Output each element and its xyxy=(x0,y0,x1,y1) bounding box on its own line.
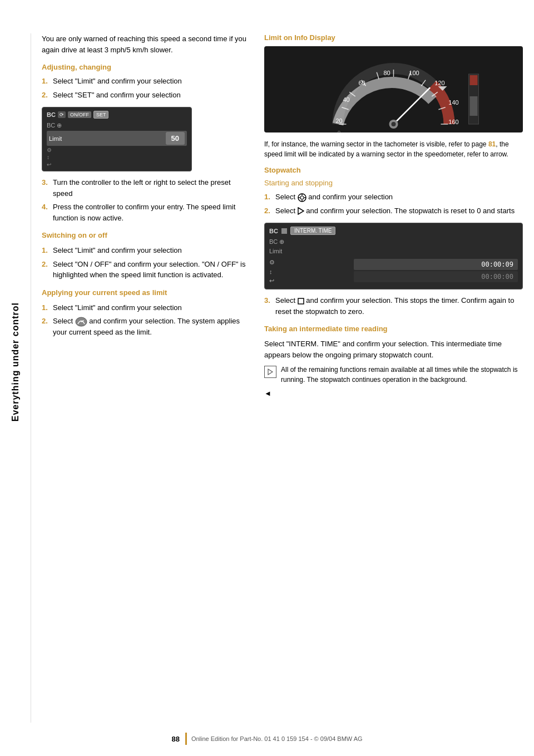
right-column: Limit on Info Display xyxy=(264,33,523,397)
svg-text:80: 80 xyxy=(383,70,390,76)
bc-sw-back: ↩ xyxy=(269,276,352,286)
stopping-list: 3. Select and confirm your selection. Th… xyxy=(264,295,523,317)
applying-heading: Applying your current speed as limit xyxy=(42,288,248,297)
adjusting-list-2: 3. Turn the controller to the left or ri… xyxy=(42,177,248,223)
bc-sw-bc-row: BC ⊕ xyxy=(269,237,518,247)
sw-time-secondary: 00:00:00 xyxy=(354,271,518,282)
step-num: 3. xyxy=(42,177,50,199)
adjusting-heading: Adjusting, changing xyxy=(42,63,248,71)
svg-text:100: 100 xyxy=(409,70,419,76)
bc-set-btn: SET xyxy=(93,111,109,119)
page-footer: 88 Online Edition for Part-No. 01 41 0 1… xyxy=(0,733,534,745)
gear-icon xyxy=(298,193,306,202)
svg-text:120: 120 xyxy=(434,80,444,86)
svg-text:140: 140 xyxy=(448,99,458,106)
step-text: Select "ON / OFF" and confirm your selec… xyxy=(53,259,248,281)
bc-row-limit: Limit 50 xyxy=(47,131,187,146)
tacho-description: If, for instance, the warning sector in … xyxy=(264,139,523,159)
svg-text:160: 160 xyxy=(448,119,458,125)
step-text: Select and confirm your selection. The s… xyxy=(53,316,248,337)
applying-list: 1. Select "Limit" and confirm your selec… xyxy=(42,302,248,338)
intermediate-heading: Taking an intermediate time reading xyxy=(264,325,523,333)
bc-row-bc: BC ⊕ xyxy=(47,121,187,130)
svg-point-31 xyxy=(300,196,304,199)
list-item: 3. Turn the controller to the left or ri… xyxy=(42,177,248,199)
left-column: You are only warned of reaching this spe… xyxy=(42,33,248,397)
svg-rect-28 xyxy=(470,96,478,116)
step-num: 1. xyxy=(42,302,50,313)
intro-paragraph: You are only warned of reaching this spe… xyxy=(42,33,248,55)
bc-sw-top-bar: BC INTERM. TIME xyxy=(269,227,518,235)
svg-marker-39 xyxy=(268,369,273,375)
step-text: Select and confirm your selection xyxy=(275,192,393,203)
switching-list: 1. Select "Limit" and confirm your selec… xyxy=(42,245,248,281)
list-item: 2. Select and confirm your selection. Th… xyxy=(42,316,248,337)
step-num: 3. xyxy=(264,295,272,317)
speed-badge: 50 xyxy=(166,132,185,145)
adjusting-list: 1. Select "Limit" and confirm your selec… xyxy=(42,76,248,100)
step-num: 1. xyxy=(42,245,50,256)
limit-label: Limit xyxy=(49,135,62,142)
tachometer-display: 20 40 60 80 100 120 140 160 0 xyxy=(264,46,523,132)
bc-arrows-row: ↕ xyxy=(47,154,187,160)
sidebar: Everything under control xyxy=(0,0,31,724)
step-text: Turn the controller to the left or right… xyxy=(53,177,248,199)
list-item: 2. Select "SET" and confirm your selecti… xyxy=(42,90,248,101)
end-marker: ◄ xyxy=(264,389,523,397)
page-ref-link: 81 xyxy=(488,140,496,148)
bc-display-sw: BC INTERM. TIME BC ⊕ Limit ⚙ ↕ ↩ 00:00:0… xyxy=(264,223,523,289)
bc-gear-row: ⚙ xyxy=(47,147,187,153)
step-text: Press the controller to confirm your ent… xyxy=(53,202,248,223)
list-item: 2. Select and confirm your selection. Th… xyxy=(264,205,523,217)
bc-sw-limit-row: Limit xyxy=(269,247,518,256)
bc-display-1: BC ⟳ ON/OFF SET BC ⊕ Limit 50 ⚙ ↕ ↩ xyxy=(42,107,192,171)
step-text: Select "Limit" and confirm your selectio… xyxy=(53,245,182,256)
svg-text:40: 40 xyxy=(343,96,349,103)
step-num: 2. xyxy=(42,316,50,337)
bc-back-row: ↩ xyxy=(47,161,187,168)
bc-sw-left: ⚙ ↕ ↩ xyxy=(269,258,352,286)
sidebar-divider xyxy=(31,33,31,723)
bc-top-bar: BC ⟳ ON/OFF SET xyxy=(47,111,187,119)
bc-sw-times: 00:00:09 00:00:00 xyxy=(354,258,518,286)
svg-rect-29 xyxy=(470,75,478,85)
list-item: 1. Select and confirm your selection xyxy=(264,192,523,203)
note-box: All of the remaining functions remain av… xyxy=(264,365,523,385)
main-content: You are only warned of reaching this spe… xyxy=(31,0,534,420)
svg-point-25 xyxy=(392,122,396,126)
speed-icon xyxy=(75,317,87,327)
step-text: Select "Limit" and confirm your selectio… xyxy=(53,76,182,87)
footer-text: Online Edition for Part-No. 01 41 0 159 … xyxy=(191,735,363,742)
limit-info-heading: Limit on Info Display xyxy=(264,33,523,42)
step-num: 1. xyxy=(42,76,50,87)
bc-icons: ⚙ ↕ ↩ xyxy=(47,147,187,168)
list-item: 4. Press the controller to confirm your … xyxy=(42,202,248,223)
sidebar-label: Everything under control xyxy=(11,302,21,421)
list-item: 1. Select "Limit" and confirm your selec… xyxy=(42,245,248,256)
note-text: All of the remaining functions remain av… xyxy=(281,365,523,385)
svg-rect-37 xyxy=(281,228,287,234)
step-num: 4. xyxy=(42,202,50,223)
play-icon xyxy=(298,207,304,215)
step-num: 1. xyxy=(264,192,272,203)
tachometer-svg: 20 40 60 80 100 120 140 160 0 xyxy=(264,46,523,132)
bc-sw-arrows: ↕ xyxy=(269,267,352,276)
step-num: 2. xyxy=(264,205,272,217)
step-text: Select "Limit" and confirm your selectio… xyxy=(53,302,182,313)
note-play-svg xyxy=(268,369,273,375)
stopwatch-heading: Stopwatch xyxy=(264,166,523,174)
svg-text:60: 60 xyxy=(358,80,365,86)
footer-divider xyxy=(185,733,187,745)
intermediate-text: Select "INTERM. TIME" and confirm your s… xyxy=(264,338,523,360)
svg-text:0: 0 xyxy=(338,130,340,132)
list-item: 1. Select "Limit" and confirm your selec… xyxy=(42,302,248,313)
list-item: 1. Select "Limit" and confirm your selec… xyxy=(42,76,248,87)
starting-heading: Starting and stopping xyxy=(264,179,523,187)
svg-rect-38 xyxy=(298,298,304,304)
bc-sw-label: BC xyxy=(269,228,278,234)
list-item: 2. Select "ON / OFF" and confirm your se… xyxy=(42,259,248,281)
svg-text:20: 20 xyxy=(335,117,342,124)
step-text: Select and confirm your selection. This … xyxy=(275,295,523,317)
stop-square-icon xyxy=(298,298,304,305)
stop-icon-display xyxy=(280,227,288,235)
